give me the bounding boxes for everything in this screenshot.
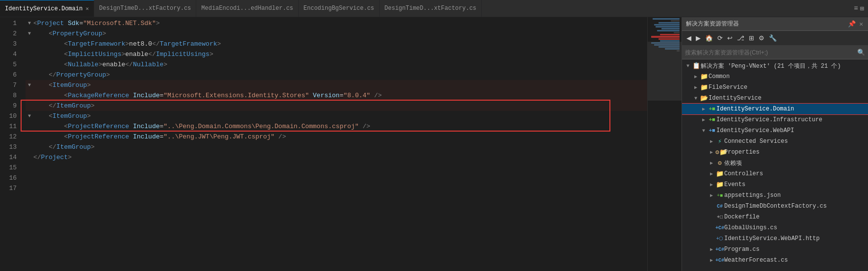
solution-panel-title: 解决方案资源管理器 — [686, 20, 739, 28]
tree-item-webapi-http[interactable]: ▶ +⬡ IdentityService.WebAPI.http — [682, 233, 868, 244]
minimap-viewport[interactable] — [648, 42, 682, 101]
code-line-14: <ProjectReference Include="..\Peng.JWT\P… — [26, 132, 647, 142]
tab-designtime1[interactable]: DesignTimeD...xtFactory.cs — [94, 0, 196, 17]
sol-sync-btn[interactable]: ⟳ — [716, 33, 724, 43]
code-line-15: </ItemGroup> — [26, 142, 647, 152]
identityservice-expand[interactable]: ▼ — [692, 96, 700, 101]
tree-item-common[interactable]: ▶ 📁 Common — [682, 71, 868, 82]
sol-git-btn[interactable]: ⊞ — [747, 33, 756, 43]
fileservice-folder-icon: 📁 — [700, 83, 709, 91]
tree-item-dockerfile[interactable]: ▶ +□ Dockerfile — [682, 212, 868, 222]
code-line-5: <ImplicitUsings>enable</ImplicitUsings> — [26, 49, 647, 59]
sol-settings-btn[interactable]: ⚙ — [757, 33, 766, 43]
tree-item-appsettings[interactable]: ▶ +■ appsettings.json — [682, 190, 868, 201]
tree-item-events[interactable]: ▶ 📁 Events — [682, 179, 868, 190]
search-icon: 🔍 — [857, 49, 865, 56]
tab-identity-domain[interactable]: IdentityService.Domain ✕ — [0, 0, 94, 17]
sol-wrench-btn[interactable]: 🔧 — [767, 33, 778, 43]
tree-item-weatherforecast[interactable]: ▶ +C# WeatherForecast.cs — [682, 255, 868, 266]
fileservice-expand[interactable]: ▶ — [692, 84, 700, 90]
dockerfile-icon: +□ — [715, 215, 724, 220]
appsettings-expand[interactable]: ▶ — [708, 192, 715, 198]
tree-item-identityservice-infrastructure[interactable]: ▶ +■ IdentityService.Infrastructure — [682, 114, 868, 125]
tree-item-identityservice-domain[interactable]: ▶ +■ IdentityService.Domain — [682, 104, 868, 114]
appsettings-label: appsettings.json — [724, 192, 868, 199]
solution-root[interactable]: ▼ 📋 解决方案 'Peng-VNext' (21 个项目，共 21 个) — [682, 60, 868, 71]
events-expand[interactable]: ▶ — [708, 182, 715, 188]
tree-item-identityservice-webapi[interactable]: ▼ +■ IdentityService.WebAPI — [682, 125, 868, 136]
common-label: Common — [709, 73, 868, 80]
tree-item-connected-services[interactable]: ▶ ⚡ Connected Services — [682, 136, 868, 147]
webapi-http-icon: +⬡ — [715, 236, 724, 242]
collapse-icon-1[interactable]: ▼ — [26, 18, 33, 28]
program-label: Program.cs — [724, 246, 868, 253]
solution-root-expand[interactable]: ▼ — [684, 63, 692, 69]
sol-undo-btn[interactable]: ↩ — [726, 33, 734, 43]
sol-home-btn[interactable]: 🏠 — [704, 33, 714, 43]
infrastructure-label: IdentityService.Infrastructure — [716, 116, 868, 123]
connected-services-label: Connected Services — [724, 138, 868, 145]
tab-list-button[interactable]: ≡ — [854, 4, 858, 12]
pin-icon[interactable]: 📌 — [847, 19, 857, 29]
code-line-6: <Nullable>enable</Nullable> — [26, 59, 647, 70]
tab-identity-domain-close[interactable]: ✕ — [85, 5, 89, 12]
program-expand[interactable]: ▶ — [708, 246, 715, 252]
tab-identity-domain-label: IdentityService.Domain — [5, 5, 82, 12]
controllers-folder-icon: 📁 — [715, 170, 724, 178]
tree-item-identityservice[interactable]: ▼ 📂 IdentityService — [682, 93, 868, 104]
weatherforecast-icon: +C# — [715, 258, 724, 263]
webapi-expand[interactable]: ▼ — [700, 128, 708, 134]
code-line-12: ▼ <ItemGroup> — [26, 111, 647, 121]
common-folder-icon: 📁 — [700, 73, 709, 81]
tree-item-program[interactable]: ▶ +C# Program.cs — [682, 244, 868, 255]
tab-designtime1-label: DesignTimeD...xtFactory.cs — [99, 5, 191, 12]
tab-mediaencoding[interactable]: MediaEncodi...edHandler.cs — [196, 0, 298, 17]
sol-back-btn[interactable]: ◀ — [685, 33, 693, 43]
tree-item-properties[interactable]: ▶ ⚙📁 Properties — [682, 147, 868, 158]
properties-icon: ⚙📁 — [715, 148, 724, 156]
search-input[interactable] — [685, 49, 857, 56]
tree-item-globalusings[interactable]: ▶ +C# GlobalUsings.cs — [682, 222, 868, 233]
identityservice-domain-icon: +■ — [708, 106, 716, 112]
tab-split-button[interactable]: ⊞ — [860, 4, 864, 13]
appsettings-icon: +■ — [715, 193, 724, 198]
tree-item-dependencies[interactable]: ▶ ⚙ 依赖项 — [682, 158, 868, 168]
controllers-expand[interactable]: ▶ — [708, 171, 715, 177]
code-line-1: ▼ <Project Sdk="Microsoft.NET.Sdk"> — [26, 18, 647, 28]
close-panel-icon[interactable]: ✕ — [858, 19, 864, 29]
tab-encodingbg-label: EncodingBgService.cs — [304, 5, 374, 12]
tab-mediaencoding-label: MediaEncodi...edHandler.cs — [201, 5, 293, 12]
minimap[interactable] — [647, 17, 682, 271]
collapse-icon-12[interactable]: ▼ — [26, 111, 33, 121]
events-folder-icon: 📁 — [715, 181, 724, 189]
tab-designtime2[interactable]: DesignTimeD...xtFactory.cs — [380, 0, 482, 17]
editor-area: 1 2 3 4 5 6 7 8 9 10 11 12 13 14 15 16 1… — [0, 17, 682, 271]
minimap-content — [648, 17, 682, 271]
tab-actions: ≡ ⊞ — [850, 0, 868, 17]
designtime-icon: C# — [715, 204, 724, 209]
code-line-16: </Project> — [26, 152, 647, 163]
tree-item-fileservice[interactable]: ▶ 📁 FileService — [682, 82, 868, 93]
tree-item-controllers[interactable]: ▶ 📁 Controllers — [682, 168, 868, 179]
sol-branch-btn[interactable]: ⎇ — [736, 33, 746, 43]
code-line-13: <ProjectReference Include="..\Peng.Domai… — [26, 121, 647, 132]
connected-services-expand[interactable]: ▶ — [708, 138, 715, 144]
solution-tree[interactable]: ▼ 📋 解决方案 'Peng-VNext' (21 个项目，共 21 个) ▶ … — [682, 59, 868, 271]
sol-forward-btn[interactable]: ▶ — [694, 33, 702, 43]
properties-expand[interactable]: ▶ — [708, 149, 715, 155]
code-content[interactable]: ▼ <Project Sdk="Microsoft.NET.Sdk"> ▼ <P… — [21, 17, 647, 271]
webapi-icon: +■ — [708, 128, 716, 134]
collapse-icon-3[interactable]: ▼ — [26, 28, 33, 39]
infrastructure-expand[interactable]: ▶ — [700, 117, 708, 123]
collapse-icon-9[interactable]: ▼ — [26, 80, 33, 90]
common-expand[interactable]: ▶ — [692, 74, 700, 80]
dependencies-expand[interactable]: ▶ — [708, 160, 715, 166]
tree-item-designtime[interactable]: ▶ C# DesignTimeDbContextFactory.cs — [682, 201, 868, 212]
identityservice-domain-expand[interactable]: ▶ — [700, 106, 708, 112]
code-line-3: ▼ <PropertyGroup> — [26, 28, 647, 39]
tab-encodingbg[interactable]: EncodingBgService.cs — [299, 0, 380, 17]
weatherforecast-expand[interactable]: ▶ — [708, 257, 715, 263]
webapi-label: IdentityService.WebAPI — [716, 127, 868, 134]
panel-right-icons: 📌 ✕ — [847, 19, 864, 29]
weatherforecast-label: WeatherForecast.cs — [724, 257, 868, 264]
